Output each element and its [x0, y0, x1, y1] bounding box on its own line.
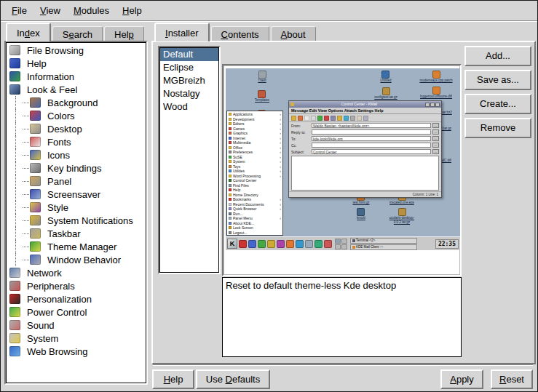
preview-desktop-pager: [335, 239, 347, 249]
tree-item[interactable]: System Notifications: [6, 214, 146, 227]
system-notifications-icon: [30, 215, 41, 225]
menubar-item[interactable]: Help: [116, 4, 149, 17]
tree-item[interactable]: System: [6, 332, 146, 345]
tree-item[interactable]: Web Browsing: [6, 345, 146, 358]
tree-item[interactable]: Icons: [6, 148, 146, 161]
preview-desktop-icon-label: modemsays.cpp.patch: [419, 79, 452, 83]
use-defaults-button[interactable]: Use Defaults: [196, 369, 270, 389]
preview-mail-field-value: [312, 143, 431, 148]
tree-item-label: Taskbar: [45, 228, 83, 240]
preview-desktop-icon: Templates: [255, 90, 270, 103]
submenu-arrow-icon: ›: [280, 202, 281, 207]
submenu-arrow-icon: ›: [280, 136, 281, 140]
information-icon: [9, 71, 20, 81]
preview-mail-field-label: Subject:: [291, 150, 310, 154]
left-tab[interactable]: Search: [52, 26, 103, 41]
preview-k-menu-item-icon: [229, 217, 232, 220]
tree-item[interactable]: Desktop: [6, 122, 146, 135]
tree-item-label: Peripherals: [25, 280, 77, 292]
pager-cell: [341, 244, 347, 249]
theme-list-item[interactable]: MGBreizh: [160, 74, 218, 87]
theme-list-item[interactable]: Nostalgy: [160, 87, 218, 100]
tree-item[interactable]: Style: [6, 201, 146, 214]
preview-k-menu-item-label: Preferences: [233, 150, 253, 154]
menubar-item[interactable]: File: [5, 4, 33, 17]
tree-item[interactable]: Help: [6, 57, 146, 70]
tree-connector: [23, 207, 29, 208]
preview-taskbar-app-icon: [315, 240, 323, 248]
tree-item-label: Help: [25, 57, 49, 70]
remove-button[interactable]: Remove: [464, 118, 531, 138]
tree-item[interactable]: Taskbar: [6, 227, 146, 240]
tree-item-label: Background: [45, 97, 100, 109]
right-tab[interactable]: Installer: [154, 23, 210, 41]
preview-k-menu-item-icon: [229, 203, 232, 206]
preview-mail-field-value: Waldo Bastian <bastian@kde.org>: [312, 123, 431, 128]
preview-mail-toolbar-icon: [304, 116, 309, 121]
preview-mail-toolbar-icon: [317, 116, 323, 121]
preview-mail-field-browse-button: ...: [432, 136, 439, 141]
theme-list-item[interactable]: Default: [160, 48, 218, 61]
help-button[interactable]: Help: [152, 369, 194, 389]
tree-item[interactable]: Panel: [6, 175, 146, 188]
preview-k-menu-item-icon: [229, 193, 232, 196]
preview-mail-titlebar: Control Center - KMail: [289, 101, 441, 108]
tree-item[interactable]: Fonts: [6, 135, 146, 148]
save-as-button[interactable]: Save as...: [464, 70, 531, 90]
tree-item[interactable]: Sound: [6, 319, 146, 332]
tree-item[interactable]: Screensaver: [6, 188, 146, 201]
preview-mail-toolbar-icon: [357, 116, 362, 121]
submenu-arrow-icon: ›: [280, 121, 281, 126]
add-button[interactable]: Add...: [464, 46, 531, 66]
preview-k-menu-item-label: Toys: [233, 164, 240, 169]
preview-mail-toolbar: [289, 114, 441, 122]
tree-item[interactable]: Window Behavior: [6, 253, 146, 266]
tree-item[interactable]: Look & Feel: [6, 83, 146, 96]
menubar-item[interactable]: Modules: [67, 4, 116, 17]
preview-desktop-icon-label: inscaled.one.eps: [389, 201, 414, 205]
module-tree-panel: File Browsing Help Information: [4, 41, 148, 385]
preview-desktop-icon: modemsays.cpp.patch: [419, 71, 452, 83]
menubar-item[interactable]: View: [33, 4, 67, 17]
preview-mail-toolbar-icon: [291, 116, 296, 121]
tree-item[interactable]: Personalization: [6, 292, 146, 305]
style-icon: [30, 202, 41, 212]
tree-item[interactable]: Peripherals: [6, 279, 146, 292]
theme-list-item[interactable]: Wood: [160, 100, 218, 113]
tree-connector: [23, 181, 29, 182]
tree-connector: [23, 194, 29, 195]
preview-mail-field-browse-button: ...: [432, 123, 439, 128]
left-tab[interactable]: Help: [104, 26, 144, 41]
theme-list-item[interactable]: Eclipse: [160, 61, 218, 74]
tree-item[interactable]: File Browsing: [6, 44, 146, 57]
preview-desktop-icon-label: ocularis-desktop-0.0.2.tar.gz: [381, 216, 422, 225]
tree-connector: [23, 233, 29, 234]
apply-button[interactable]: Apply: [440, 369, 483, 389]
tree-item[interactable]: Background: [6, 96, 146, 109]
preview-k-menu-item-icon: [229, 141, 232, 144]
tree-item-label: Icons: [45, 149, 72, 161]
preview-desktop-icon-glyph: [382, 87, 390, 95]
tree-item[interactable]: Power Control: [6, 305, 146, 319]
menubar: FileViewModulesHelp: [1, 1, 537, 21]
submenu-arrow-icon: ›: [280, 112, 281, 116]
tree-item[interactable]: Network: [6, 266, 146, 279]
reset-button[interactable]: Reset: [491, 369, 533, 389]
tree-item[interactable]: Key bindings: [6, 161, 146, 175]
minimize-icon: [425, 103, 430, 107]
preview-k-menu-item-label: Graphics: [233, 131, 248, 135]
preview-taskbar-app-icon: [258, 240, 266, 248]
right-tab[interactable]: Contents: [211, 26, 269, 41]
preview-mail-toolbar-icon: [298, 116, 303, 121]
preview-desktop-icon-glyph: [432, 87, 440, 95]
tree-item[interactable]: Colors: [6, 109, 146, 122]
left-tab[interactable]: Index: [6, 23, 51, 41]
right-tab[interactable]: About: [271, 26, 316, 41]
create-button[interactable]: Create...: [464, 94, 531, 114]
tree-item-label: Look & Feel: [25, 84, 79, 96]
preview-mail-field-row: Reply to: ...: [289, 129, 441, 135]
peripherals-icon: [9, 281, 20, 291]
tree-item[interactable]: Information: [6, 70, 146, 83]
tree-item[interactable]: Theme Manager: [6, 240, 146, 253]
preview-k-menu: Applications › Development › Editors › G…: [226, 111, 283, 236]
